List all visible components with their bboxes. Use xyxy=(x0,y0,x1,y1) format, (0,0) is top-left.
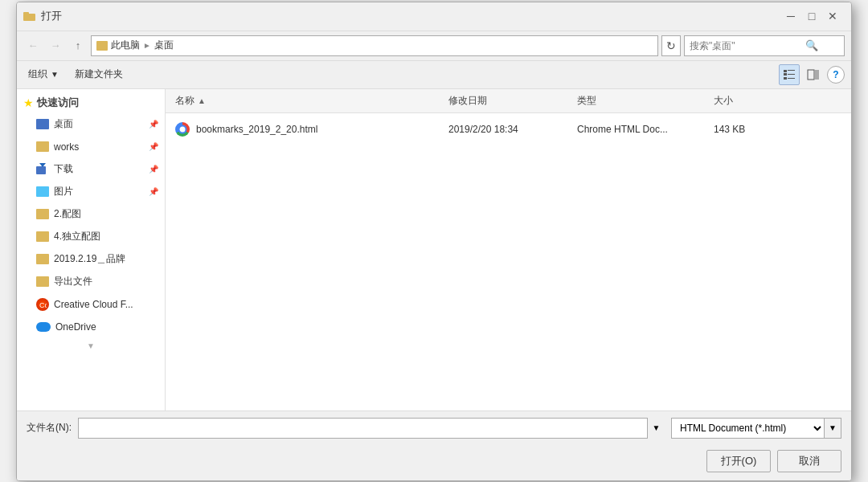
sidebar-item-2peitu[interactable]: 2.配图 xyxy=(17,203,165,226)
export-folder-icon xyxy=(36,276,49,287)
search-input[interactable] xyxy=(690,40,802,51)
svg-rect-2 xyxy=(784,70,787,72)
sidebar-item-export[interactable]: 导出文件 xyxy=(17,271,165,293)
organize-label: 组织 xyxy=(28,67,47,81)
col-date-header[interactable]: 修改日期 xyxy=(448,94,577,108)
filetype-dropdown-button[interactable]: ▼ xyxy=(824,418,841,439)
help-button[interactable]: ? xyxy=(827,66,845,84)
svg-text:Cc: Cc xyxy=(39,301,47,308)
sidebar-item-4peitu[interactable]: 4.独立配图 xyxy=(17,226,165,248)
back-button[interactable]: ← xyxy=(23,36,43,55)
sidebar-item-pictures[interactable]: 图片 📌 xyxy=(17,181,165,203)
file-size: 143 KB xyxy=(714,124,841,135)
file-date: 2019/2/20 18:34 xyxy=(448,124,577,135)
col-type-header[interactable]: 类型 xyxy=(577,94,714,108)
view-details-icon xyxy=(783,68,796,81)
filename-input-wrap: ▼ xyxy=(78,418,665,439)
new-folder-label: 新建文件夹 xyxy=(75,67,123,81)
sort-arrow-icon: ▲ xyxy=(198,96,206,105)
2peitu-folder-icon xyxy=(36,209,49,219)
sidebar-item-4peitu-label: 4.独立配图 xyxy=(54,230,100,243)
organize-button[interactable]: 组织 ▼ xyxy=(23,64,63,85)
file-type: Chrome HTML Doc... xyxy=(577,124,714,135)
filename-dropdown-button[interactable]: ▼ xyxy=(647,418,665,439)
forward-button[interactable]: → xyxy=(46,36,65,55)
4peitu-folder-icon xyxy=(36,231,49,242)
works-folder-icon xyxy=(36,141,49,152)
dialog-icon xyxy=(23,10,36,22)
pin-icon-desktop: 📌 xyxy=(149,120,158,129)
brand-folder-icon xyxy=(36,254,49,264)
quick-access-label: 快速访问 xyxy=(37,96,79,110)
svg-rect-10 xyxy=(36,166,46,174)
sidebar-item-onedrive[interactable]: OneDrive xyxy=(17,316,165,338)
col-date-label: 修改日期 xyxy=(448,95,487,106)
maximize-button[interactable]: □ xyxy=(803,7,821,25)
sidebar-item-download-label: 下载 xyxy=(54,162,73,176)
refresh-button[interactable]: ↻ xyxy=(661,35,681,56)
path-arrow-1: ► xyxy=(143,41,151,50)
col-name-header[interactable]: 名称 ▲ xyxy=(175,94,448,108)
path-pc[interactable]: 此电脑 xyxy=(111,39,140,52)
open-button[interactable]: 打开(O) xyxy=(706,450,771,472)
table-row[interactable]: bookmarks_2019_2_20.html 2019/2/20 18:34… xyxy=(166,116,851,142)
view-pane-button[interactable] xyxy=(803,64,824,85)
cancel-button[interactable]: 取消 xyxy=(777,450,841,472)
path-folder-icon xyxy=(96,41,108,51)
sidebar-item-creative-cloud[interactable]: Cc Creative Cloud F... xyxy=(17,293,165,316)
svg-rect-6 xyxy=(784,77,787,80)
toolbar-right: ? xyxy=(779,64,845,85)
svg-rect-5 xyxy=(788,74,795,75)
new-folder-button[interactable]: 新建文件夹 xyxy=(70,64,128,85)
close-button[interactable]: ✕ xyxy=(824,7,841,25)
sidebar-item-download[interactable]: 下载 📌 xyxy=(17,158,165,181)
file-area: 名称 ▲ 修改日期 类型 大小 bookmarks_2019 xyxy=(166,89,851,411)
sidebar-item-brand-label: 2019.2.19＿品牌 xyxy=(54,252,125,266)
svg-rect-0 xyxy=(23,14,35,21)
file-name: bookmarks_2019_2_20.html xyxy=(196,124,317,135)
file-list: bookmarks_2019_2_20.html 2019/2/20 18:34… xyxy=(166,113,851,411)
address-path[interactable]: 此电脑 ► 桌面 xyxy=(91,35,658,56)
sidebar-item-onedrive-label: OneDrive xyxy=(55,321,96,333)
sidebar-item-works[interactable]: works 📌 xyxy=(17,136,165,158)
svg-rect-9 xyxy=(815,70,819,80)
minimize-button[interactable]: ─ xyxy=(782,7,800,25)
filetype-select[interactable]: HTML Document (*.html) xyxy=(671,418,824,439)
address-bar: ← → ↑ 此电脑 ► 桌面 ↻ 🔍 xyxy=(17,31,851,61)
download-icon xyxy=(36,163,49,176)
desktop-folder-icon xyxy=(36,119,49,129)
sidebar-item-2peitu-label: 2.配图 xyxy=(54,207,81,221)
filename-label: 文件名(N): xyxy=(27,421,72,435)
svg-rect-1 xyxy=(23,12,29,14)
file-open-dialog: 打开 ─ □ ✕ ← → ↑ 此电脑 ► 桌面 ↻ 🔍 组织 ▼ 新建文件夹 xyxy=(16,2,852,481)
sidebar-item-works-label: works xyxy=(54,141,79,153)
window-controls: ─ □ ✕ xyxy=(782,7,841,25)
view-pane-icon xyxy=(807,68,820,81)
file-header: 名称 ▲ 修改日期 类型 大小 xyxy=(166,89,851,113)
sidebar-item-export-label: 导出文件 xyxy=(54,275,92,288)
pin-icon-pictures: 📌 xyxy=(149,187,158,196)
search-box: 🔍 xyxy=(684,35,845,56)
view-details-button[interactable] xyxy=(779,64,800,85)
sidebar-item-creative-cloud-label: Creative Cloud F... xyxy=(54,299,133,310)
svg-rect-7 xyxy=(788,78,795,79)
up-button[interactable]: ↑ xyxy=(68,36,88,55)
action-row: 打开(O) 取消 xyxy=(17,445,851,480)
svg-rect-4 xyxy=(784,73,787,76)
search-icon[interactable]: 🔍 xyxy=(805,39,818,51)
organize-chevron-icon: ▼ xyxy=(51,70,59,79)
title-bar: 打开 ─ □ ✕ xyxy=(17,2,851,31)
col-size-label: 大小 xyxy=(714,95,733,106)
creative-cloud-icon: Cc xyxy=(36,298,49,311)
quick-access-header[interactable]: ★ 快速访问 xyxy=(17,92,165,113)
sidebar-item-brand[interactable]: 2019.2.19＿品牌 xyxy=(17,248,165,271)
sidebar-item-desktop[interactable]: 桌面 📌 xyxy=(17,113,165,136)
svg-rect-3 xyxy=(788,70,795,71)
filetype-select-wrap: HTML Document (*.html) ▼ xyxy=(671,418,841,439)
path-desktop[interactable]: 桌面 xyxy=(154,39,174,52)
sidebar-item-desktop-label: 桌面 xyxy=(54,117,73,131)
main-area: ★ 快速访问 桌面 📌 works 📌 xyxy=(17,89,851,411)
svg-rect-8 xyxy=(808,70,814,80)
filename-input[interactable] xyxy=(78,418,665,439)
col-size-header[interactable]: 大小 xyxy=(714,94,841,108)
